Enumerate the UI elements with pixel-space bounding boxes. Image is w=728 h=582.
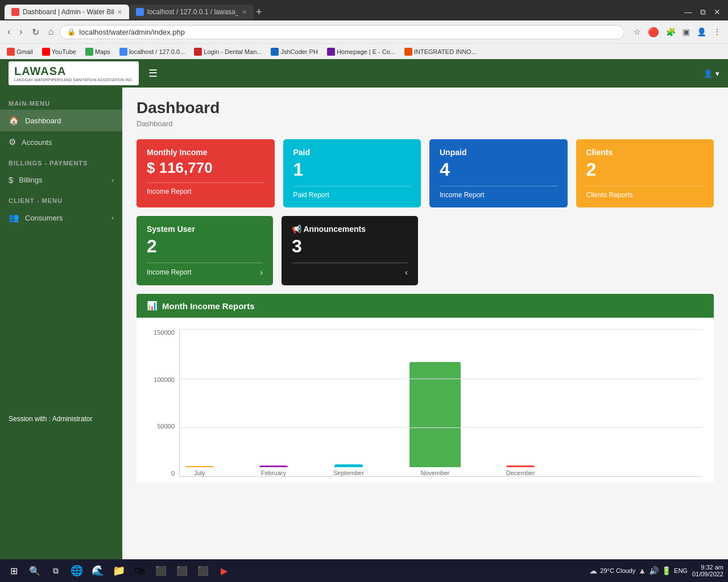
bookmark-homepage[interactable]: Homepage | E - Co... [325,47,398,57]
tab-close-2[interactable]: ✕ [242,9,247,16]
card-announcements-footer: ‹ [292,263,408,277]
card-unpaid[interactable]: Unpaid 4 Income Report [429,139,568,207]
breadcrumb: Dashboard [136,119,714,128]
sidebar-label-consumers: Consumers [25,214,63,222]
dental-favicon [194,48,202,56]
tab-favicon-1 [11,8,19,16]
browser-tab-active[interactable]: Dashboard | Admin - Water Billin... ✕ [5,5,129,19]
menu-button[interactable]: ⋮ [711,26,723,38]
y-label-150k: 150000 [154,329,175,336]
puzzle-button[interactable]: 🧩 [664,26,678,38]
minimize-button[interactable]: — [681,6,695,18]
address-bar[interactable]: 🔒 localhost/water/admin/index.php [60,25,624,39]
card-monthly-income-label: Monthly Income [147,148,264,157]
sidebar-label-billings: Billings [19,176,42,184]
billings-arrow-icon: › [111,177,114,184]
card-unpaid-label: Unpaid [440,148,557,157]
card-paid-footer-label: Paid Report [293,191,329,199]
chart-icon: 📊 [147,301,158,311]
y-label-100k: 100000 [154,376,175,383]
browser-chrome: Dashboard | Admin - Water Billin... ✕ lo… [0,0,728,59]
card-monthly-income-footer: Income Report [147,182,264,196]
sidebar-item-dashboard[interactable]: 🏠 Dashboard [0,110,122,131]
main-menu-label: MAIN-MENU [0,93,122,110]
page-title: Dashboard [136,99,714,117]
bar-label-december: December [506,469,535,476]
bookmark-integrated[interactable]: INTEGRATED INNO... [402,47,479,57]
bar-label-november: November [420,469,449,476]
integrated-favicon [404,48,412,56]
hamburger-icon[interactable]: ☰ [146,64,160,82]
bookmark-localhost[interactable]: localhost / 127.0.0... [117,47,187,57]
card-paid-label: Paid [293,148,411,157]
close-button[interactable]: ✕ [711,6,723,18]
tab-close-1[interactable]: ✕ [117,9,122,16]
sidebar-label-accounts: Accounts [22,138,52,147]
bar-group-september: September [333,464,364,476]
bookmark-youtube-label: YouTube [52,48,76,55]
announcements-arrow-icon: ‹ [405,268,408,277]
card-system-user-value: 2 [147,236,263,257]
bar-label-september: September [333,469,364,476]
card-announcements[interactable]: 📢 Announcements 3 ‹ [282,216,418,285]
forward-button[interactable]: › [16,26,25,38]
bookmark-star-button[interactable]: ☆ [631,26,643,38]
sidebar-item-accounts[interactable]: ⚙ Accounts [0,131,122,153]
address-text: localhost/water/admin/index.php [79,28,185,36]
lock-icon: 🔒 [67,28,76,36]
new-tab-button[interactable]: + [256,6,262,18]
tab-favicon-2 [136,8,144,16]
browser-nav-bar: ‹ › ↻ ⌂ 🔒 localhost/water/admin/index.ph… [0,20,728,43]
chart-body: 150000 100000 50000 0 [136,318,714,483]
session-bar: Session with : Administrator [0,410,122,427]
card-system-user[interactable]: System User 2 Income Report › [136,216,273,285]
card-unpaid-value: 4 [440,159,557,180]
card-paid-footer: Paid Report [293,186,411,199]
home-button[interactable]: ⌂ [46,26,57,38]
card-clients[interactable]: Clients 2 Clients Reports [576,139,714,207]
app-container: LAWASA LANGGAY WATERPIPERS AND SANITATIO… [0,59,728,559]
chart-header: 📊 Month Income Reports [136,294,714,318]
user-dropdown[interactable]: 👤 ▾ [704,69,719,78]
bookmark-localhost-label: localhost / 127.0.0... [129,48,185,55]
bar-label-july: July [194,469,205,476]
dashboard-icon: 🏠 [9,115,19,126]
bookmark-youtube[interactable]: YouTube [40,47,78,57]
reload-button[interactable]: ↻ [29,26,42,39]
extensions-button[interactable]: 🔴 [646,26,661,39]
card-monthly-income[interactable]: Monthly Income $ 116,770 Income Report [136,139,275,207]
dropdown-arrow: ▾ [715,69,719,78]
bar-february [259,465,288,467]
app-body: MAIN-MENU 🏠 Dashboard ⚙ Accounts BILLING… [0,88,728,559]
card-monthly-income-footer-label: Income Report [147,188,192,196]
bookmark-maps-label: Maps [95,48,110,55]
sidebar-item-consumers[interactable]: 👥 Consumers › [0,207,122,228]
bookmark-gmail[interactable]: Gmail [5,47,35,57]
sidebar-item-billings[interactable]: $ Billings › [0,169,122,190]
bookmark-integrated-label: INTEGRATED INNO... [414,48,477,55]
bar-september [334,464,363,467]
card-system-user-footer-label: Income Report [147,268,192,276]
card-paid-value: 1 [293,159,411,180]
bar-december [506,465,535,467]
billings-label: BILLINGS - PAYMENTS [0,153,122,169]
bars-container: July February September [179,329,702,477]
bookmark-maps[interactable]: Maps [83,47,113,57]
card-paid[interactable]: Paid 1 Paid Report [283,139,421,207]
gridline-50k [179,427,702,428]
restore-button[interactable]: ⧉ [697,6,709,18]
tab-label-1: Dashboard | Admin - Water Billin... [23,8,114,16]
system-user-arrow-icon: › [260,268,263,277]
back-button[interactable]: ‹ [5,26,13,38]
bookmark-jshcoder[interactable]: JshCoder PH [268,47,320,57]
chart-container: 📊 Month Income Reports 150000 100000 500… [136,294,714,483]
browser-tab-2[interactable]: localhost / 127.0.0.1 / lawasa_db... ✕ [129,5,254,19]
card-unpaid-footer: Income Report [440,186,557,199]
profile-button[interactable]: 👤 [694,26,709,38]
maps-favicon [85,48,93,56]
card-clients-footer: Clients Reports [586,186,704,199]
homepage-favicon [327,48,335,56]
accounts-icon: ⚙ [9,137,16,147]
bookmark-dental[interactable]: Login - Dental Man... [192,47,264,57]
reading-mode-button[interactable]: ▣ [680,26,692,38]
